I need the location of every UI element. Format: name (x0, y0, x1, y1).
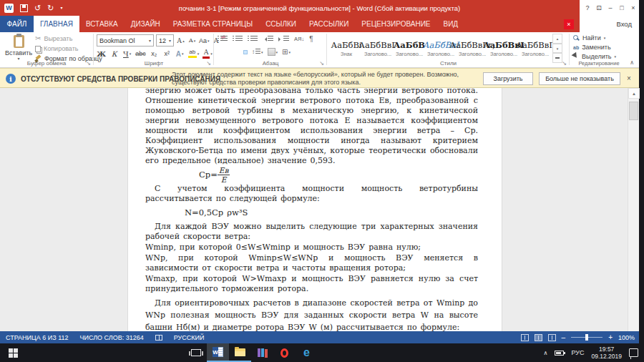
replace-button[interactable]: ab Заменить (573, 43, 616, 52)
gallery-up-button[interactable]: ▴ (552, 34, 562, 44)
download-button[interactable]: Загрузить (483, 72, 533, 85)
paragraph-dialog-launcher[interactable]: ↘ (319, 60, 324, 67)
align-center-button[interactable] (226, 50, 230, 54)
vertical-scrollbar[interactable]: ▲ (628, 88, 639, 331)
bullets-button[interactable] (218, 36, 228, 42)
scrollbar-thumb[interactable] (629, 102, 638, 120)
word-app-icon[interactable]: W (4, 4, 14, 13)
tab-insert[interactable]: ВСТАВКА (79, 16, 125, 32)
borders-button[interactable]: ⊞▾ (282, 48, 291, 56)
style-card[interactable]: АаБбВіЗнак (331, 34, 362, 63)
tab-view[interactable]: ВИД (437, 16, 465, 32)
tab-review[interactable]: РЕЦЕНЗИРОВАНИЕ (355, 16, 436, 32)
grow-font-button[interactable]: А▴ (176, 35, 185, 47)
document-close-button[interactable]: × (564, 19, 574, 29)
clipboard-dialog-launcher[interactable]: ↘ (86, 60, 91, 67)
italic-button[interactable]: К (109, 48, 119, 59)
line-spacing-button[interactable]: ↕▾ (252, 49, 263, 55)
justify-button[interactable] (243, 50, 248, 54)
copy-button[interactable]: Копировать (35, 44, 102, 53)
language-indicator[interactable]: РУССКИЙ (174, 334, 205, 341)
help-button[interactable]: ? (582, 0, 593, 16)
redo-icon[interactable]: ↻ (47, 4, 54, 12)
shading-button[interactable]: ▾ (268, 48, 278, 56)
proofing-status-icon[interactable] (155, 335, 162, 341)
read-mode-button[interactable] (521, 334, 529, 341)
taskbar-winrar[interactable] (251, 343, 273, 362)
zoom-out-button[interactable]: – (562, 333, 566, 341)
taskbar-edge[interactable]: e (296, 343, 318, 362)
taskbar-word[interactable]: W (207, 343, 229, 362)
battery-icon[interactable] (555, 351, 564, 356)
style-card[interactable]: АаБбВвГЗаголово... (362, 34, 394, 63)
style-card[interactable]: АаБбВвГЗаголово... (519, 34, 551, 63)
undo-icon[interactable]: ↺ (34, 4, 41, 12)
font-family-combo[interactable]: Bookman Ol ▾ (97, 34, 154, 47)
underline-button[interactable]: Ч▾ (122, 48, 132, 59)
page-indicator[interactable]: СТРАНИЦА 6 ИЗ 112 (6, 334, 69, 341)
change-case-button[interactable]: Аа▾ (199, 35, 210, 47)
multilevel-list-button[interactable] (248, 36, 258, 42)
highlight-color-button[interactable]: ab▾ (188, 48, 200, 59)
gallery-down-button[interactable]: ▾ (552, 44, 562, 54)
proofing-warning-bar: i ОТСУТСТВУЮТ СРЕДСТВА ПРОВЕРКИ ПРАВОПИС… (0, 68, 639, 88)
numbering-button[interactable] (233, 36, 243, 42)
increase-indent-button[interactable] (278, 36, 289, 42)
text-effects-button[interactable]: А▾ (175, 48, 185, 59)
scroll-up-icon[interactable]: ▲ (628, 88, 640, 99)
zoom-in-button[interactable]: + (608, 333, 613, 341)
align-left-button[interactable] (218, 50, 222, 54)
taskbar-opera[interactable] (273, 343, 296, 362)
tab-references[interactable]: ССЫЛКИ (259, 16, 303, 32)
maximize-button[interactable]: □ (616, 0, 628, 16)
show-marks-button[interactable]: ¶ (309, 35, 313, 43)
superscript-button[interactable]: x² (162, 48, 172, 59)
font-color-button[interactable]: А▾ (203, 48, 213, 59)
font-size-combo[interactable]: 12 ▾ (156, 34, 174, 47)
scissors-icon: ✂ (35, 35, 41, 42)
tab-mailings[interactable]: РАССЫЛКИ (303, 16, 355, 32)
save-icon[interactable] (20, 4, 28, 12)
shrink-font-button[interactable]: А▾ (187, 35, 197, 47)
font-dialog-launcher[interactable]: ↘ (206, 60, 211, 67)
dismiss-button[interactable]: Больше не показывать (539, 72, 620, 85)
tab-home[interactable]: ГЛАВНАЯ (34, 16, 79, 32)
taskbar-explorer[interactable] (229, 343, 251, 362)
decrease-indent-button[interactable] (263, 36, 273, 42)
style-card[interactable]: АаБбВвІЗаголово... (488, 34, 519, 63)
collapse-ribbon-button[interactable]: ∧ (630, 59, 634, 66)
action-center-icon[interactable] (629, 348, 638, 357)
zoom-slider-thumb[interactable] (585, 334, 588, 341)
hidden-icons-chevron[interactable]: ∧ (544, 350, 548, 356)
task-view-button[interactable] (185, 343, 207, 362)
style-card[interactable]: АаБбВЗаголово... (394, 34, 425, 63)
document-page[interactable]: энергию может быть преобразована только … (127, 88, 502, 331)
ribbon: Вставить ▾ ✂ Вырезать Копировать Формат … (0, 32, 639, 68)
find-button[interactable]: Найти ▾ (573, 34, 616, 42)
strikethrough-button[interactable]: abc (135, 48, 146, 59)
close-button[interactable]: × (628, 0, 639, 16)
sort-button[interactable]: АЯ↓ (294, 36, 304, 42)
styles-dialog-launcher[interactable]: ↘ (562, 60, 567, 67)
opera-icon (280, 348, 288, 358)
start-button[interactable] (9, 348, 13, 353)
print-layout-button[interactable] (535, 334, 542, 341)
clock[interactable]: 19:57 09.12.2019 (591, 346, 622, 360)
warning-close-icon[interactable]: × (627, 74, 631, 82)
tab-file[interactable]: ФАЙЛ (0, 16, 34, 32)
align-right-button[interactable] (235, 50, 239, 54)
zoom-slider[interactable] (571, 337, 602, 338)
tab-design[interactable]: ДИЗАЙН (125, 16, 167, 32)
sign-in-link[interactable]: Вход (617, 20, 633, 28)
word-count[interactable]: ЧИСЛО СЛОВ: 31264 (80, 334, 144, 341)
zoom-level[interactable]: 100% (618, 334, 635, 341)
web-layout-button[interactable] (548, 334, 556, 341)
bold-button[interactable]: Ж (97, 48, 106, 59)
subscript-button[interactable]: x₂ (150, 48, 159, 59)
minimize-button[interactable]: – (605, 0, 616, 16)
ribbon-display-options-button[interactable]: ⊡ (593, 0, 605, 16)
tab-page-layout[interactable]: РАЗМЕТКА СТРАНИЦЫ (167, 16, 259, 32)
cut-button[interactable]: ✂ Вырезать (35, 34, 102, 43)
warning-message: Этот документ содержит текст на языке «б… (172, 71, 479, 87)
input-language[interactable]: РУС (571, 349, 584, 356)
